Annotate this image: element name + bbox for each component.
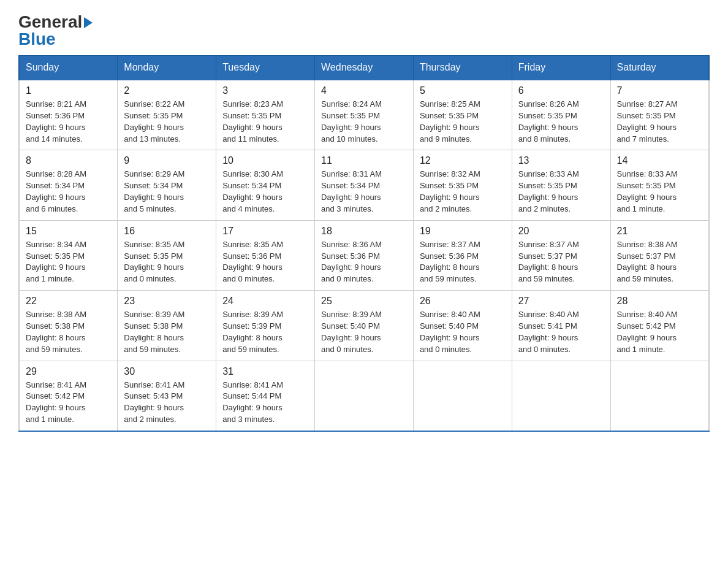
calendar-cell: 24Sunrise: 8:39 AMSunset: 5:39 PMDayligh… xyxy=(216,291,315,361)
calendar-cell: 27Sunrise: 8:40 AMSunset: 5:41 PMDayligh… xyxy=(512,291,610,361)
day-number: 10 xyxy=(222,155,308,166)
calendar-cell: 10Sunrise: 8:30 AMSunset: 5:34 PMDayligh… xyxy=(216,150,315,220)
day-of-week-header: Tuesday xyxy=(216,56,315,80)
calendar-cell: 7Sunrise: 8:27 AMSunset: 5:35 PMDaylight… xyxy=(610,80,709,150)
day-number: 4 xyxy=(321,85,407,96)
day-info: Sunrise: 8:41 AMSunset: 5:42 PMDaylight:… xyxy=(26,380,111,426)
day-number: 21 xyxy=(617,226,702,237)
day-info: Sunrise: 8:31 AMSunset: 5:34 PMDaylight:… xyxy=(321,169,407,215)
day-info: Sunrise: 8:33 AMSunset: 5:35 PMDaylight:… xyxy=(617,169,702,215)
day-info: Sunrise: 8:35 AMSunset: 5:36 PMDaylight:… xyxy=(222,239,308,285)
day-number: 8 xyxy=(26,155,111,166)
calendar-cell xyxy=(512,361,610,431)
day-number: 30 xyxy=(124,366,210,377)
calendar-week-row: 8Sunrise: 8:28 AMSunset: 5:34 PMDaylight… xyxy=(19,150,709,220)
calendar-cell: 31Sunrise: 8:41 AMSunset: 5:44 PMDayligh… xyxy=(216,361,315,431)
day-info: Sunrise: 8:26 AMSunset: 5:35 PMDaylight:… xyxy=(518,99,604,145)
day-number: 7 xyxy=(617,85,702,96)
logo-arrow-icon xyxy=(84,17,93,28)
calendar-week-row: 15Sunrise: 8:34 AMSunset: 5:35 PMDayligh… xyxy=(19,220,709,290)
calendar-week-row: 1Sunrise: 8:21 AMSunset: 5:36 PMDaylight… xyxy=(19,80,709,150)
day-number: 6 xyxy=(518,85,604,96)
calendar-cell: 2Sunrise: 8:22 AMSunset: 5:35 PMDaylight… xyxy=(118,80,216,150)
calendar-cell: 3Sunrise: 8:23 AMSunset: 5:35 PMDaylight… xyxy=(216,80,315,150)
calendar-table: SundayMondayTuesdayWednesdayThursdayFrid… xyxy=(18,55,710,432)
day-number: 18 xyxy=(321,226,407,237)
day-info: Sunrise: 8:29 AMSunset: 5:34 PMDaylight:… xyxy=(124,169,210,215)
day-number: 16 xyxy=(124,226,210,237)
day-info: Sunrise: 8:23 AMSunset: 5:35 PMDaylight:… xyxy=(222,99,308,145)
day-number: 23 xyxy=(124,296,210,307)
day-number: 12 xyxy=(420,155,506,166)
calendar-cell xyxy=(413,361,512,431)
calendar-cell: 6Sunrise: 8:26 AMSunset: 5:35 PMDaylight… xyxy=(512,80,610,150)
day-info: Sunrise: 8:41 AMSunset: 5:44 PMDaylight:… xyxy=(222,380,308,426)
calendar-cell: 25Sunrise: 8:39 AMSunset: 5:40 PMDayligh… xyxy=(315,291,414,361)
calendar-cell: 19Sunrise: 8:37 AMSunset: 5:36 PMDayligh… xyxy=(413,220,512,290)
day-info: Sunrise: 8:40 AMSunset: 5:40 PMDaylight:… xyxy=(420,309,506,355)
calendar-cell: 15Sunrise: 8:34 AMSunset: 5:35 PMDayligh… xyxy=(19,220,118,290)
calendar-header-row: SundayMondayTuesdayWednesdayThursdayFrid… xyxy=(19,56,709,80)
day-info: Sunrise: 8:39 AMSunset: 5:38 PMDaylight:… xyxy=(124,309,210,355)
day-number: 5 xyxy=(420,85,506,96)
day-number: 1 xyxy=(26,85,111,96)
calendar-week-row: 29Sunrise: 8:41 AMSunset: 5:42 PMDayligh… xyxy=(19,361,709,431)
day-number: 2 xyxy=(124,85,210,96)
calendar-cell: 26Sunrise: 8:40 AMSunset: 5:40 PMDayligh… xyxy=(413,291,512,361)
day-number: 17 xyxy=(222,226,308,237)
day-info: Sunrise: 8:38 AMSunset: 5:38 PMDaylight:… xyxy=(26,309,111,355)
day-number: 19 xyxy=(420,226,506,237)
day-number: 28 xyxy=(617,296,702,307)
day-number: 25 xyxy=(321,296,407,307)
day-info: Sunrise: 8:25 AMSunset: 5:35 PMDaylight:… xyxy=(420,99,506,145)
day-number: 24 xyxy=(222,296,308,307)
day-info: Sunrise: 8:27 AMSunset: 5:35 PMDaylight:… xyxy=(617,99,702,145)
calendar-cell: 20Sunrise: 8:37 AMSunset: 5:37 PMDayligh… xyxy=(512,220,610,290)
day-number: 11 xyxy=(321,155,407,166)
calendar-cell: 5Sunrise: 8:25 AMSunset: 5:35 PMDaylight… xyxy=(413,80,512,150)
day-info: Sunrise: 8:34 AMSunset: 5:35 PMDaylight:… xyxy=(26,239,111,285)
day-info: Sunrise: 8:28 AMSunset: 5:34 PMDaylight:… xyxy=(26,169,111,215)
calendar-cell: 23Sunrise: 8:39 AMSunset: 5:38 PMDayligh… xyxy=(118,291,216,361)
day-info: Sunrise: 8:24 AMSunset: 5:35 PMDaylight:… xyxy=(321,99,407,145)
day-info: Sunrise: 8:33 AMSunset: 5:35 PMDaylight:… xyxy=(518,169,604,215)
calendar-cell: 17Sunrise: 8:35 AMSunset: 5:36 PMDayligh… xyxy=(216,220,315,290)
day-of-week-header: Wednesday xyxy=(315,56,414,80)
calendar-cell: 8Sunrise: 8:28 AMSunset: 5:34 PMDaylight… xyxy=(19,150,118,220)
day-number: 26 xyxy=(420,296,506,307)
logo-blue-text: Blue xyxy=(18,29,56,49)
day-of-week-header: Monday xyxy=(118,56,216,80)
day-number: 31 xyxy=(222,366,308,377)
calendar-cell: 11Sunrise: 8:31 AMSunset: 5:34 PMDayligh… xyxy=(315,150,414,220)
day-info: Sunrise: 8:32 AMSunset: 5:35 PMDaylight:… xyxy=(420,169,506,215)
day-number: 3 xyxy=(222,85,308,96)
logo: General Blue xyxy=(18,12,93,49)
day-info: Sunrise: 8:37 AMSunset: 5:37 PMDaylight:… xyxy=(518,239,604,285)
day-info: Sunrise: 8:40 AMSunset: 5:42 PMDaylight:… xyxy=(617,309,702,355)
day-of-week-header: Friday xyxy=(512,56,610,80)
day-number: 29 xyxy=(26,366,111,377)
day-info: Sunrise: 8:36 AMSunset: 5:36 PMDaylight:… xyxy=(321,239,407,285)
day-of-week-header: Saturday xyxy=(610,56,709,80)
day-info: Sunrise: 8:40 AMSunset: 5:41 PMDaylight:… xyxy=(518,309,604,355)
day-info: Sunrise: 8:35 AMSunset: 5:35 PMDaylight:… xyxy=(124,239,210,285)
day-info: Sunrise: 8:39 AMSunset: 5:40 PMDaylight:… xyxy=(321,309,407,355)
calendar-cell: 4Sunrise: 8:24 AMSunset: 5:35 PMDaylight… xyxy=(315,80,414,150)
day-info: Sunrise: 8:41 AMSunset: 5:43 PMDaylight:… xyxy=(124,380,210,426)
calendar-cell: 9Sunrise: 8:29 AMSunset: 5:34 PMDaylight… xyxy=(118,150,216,220)
day-of-week-header: Thursday xyxy=(413,56,512,80)
calendar-cell: 13Sunrise: 8:33 AMSunset: 5:35 PMDayligh… xyxy=(512,150,610,220)
calendar-week-row: 22Sunrise: 8:38 AMSunset: 5:38 PMDayligh… xyxy=(19,291,709,361)
calendar-cell: 28Sunrise: 8:40 AMSunset: 5:42 PMDayligh… xyxy=(610,291,709,361)
day-number: 13 xyxy=(518,155,604,166)
day-number: 9 xyxy=(124,155,210,166)
day-number: 20 xyxy=(518,226,604,237)
page-header: General Blue xyxy=(18,12,710,49)
calendar-cell: 22Sunrise: 8:38 AMSunset: 5:38 PMDayligh… xyxy=(19,291,118,361)
calendar-cell: 14Sunrise: 8:33 AMSunset: 5:35 PMDayligh… xyxy=(610,150,709,220)
day-number: 14 xyxy=(617,155,702,166)
calendar-cell xyxy=(315,361,414,431)
calendar-cell: 30Sunrise: 8:41 AMSunset: 5:43 PMDayligh… xyxy=(118,361,216,431)
day-info: Sunrise: 8:37 AMSunset: 5:36 PMDaylight:… xyxy=(420,239,506,285)
calendar-cell: 21Sunrise: 8:38 AMSunset: 5:37 PMDayligh… xyxy=(610,220,709,290)
